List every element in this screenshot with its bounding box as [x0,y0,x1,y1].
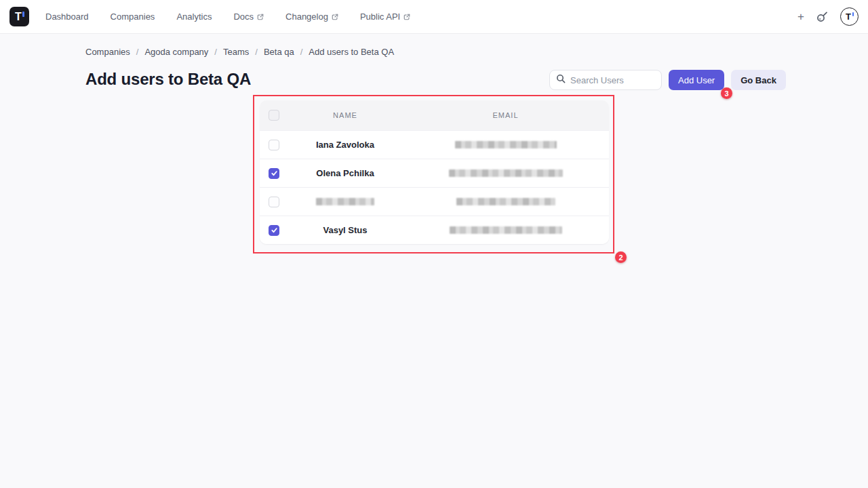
column-header-email: EMAIL [402,111,609,119]
redacted-name [316,198,374,205]
user-name: Olena Pchilka [316,168,374,178]
top-navbar: T Dashboard Companies Analytics Docs Cha… [0,0,868,34]
column-header-name: NAME [288,111,402,119]
breadcrumb: Companies / Agoda company / Teams / Beta… [85,47,394,57]
breadcrumb-beta-qa[interactable]: Beta qa [264,47,294,57]
avatar-letter: T [846,12,851,21]
app-logo-icon[interactable]: T [9,7,29,26]
redacted-email [449,169,563,177]
redacted-email [455,141,557,148]
row-checkbox[interactable] [269,197,279,207]
page-title: Add users to Beta QA [85,70,251,89]
select-all-checkbox[interactable] [269,110,279,121]
nav-item-changelog[interactable]: Changelog [285,12,338,22]
row-checkbox[interactable] [269,225,279,236]
user-name: Vasyl Stus [323,225,367,235]
breadcrumb-separator: / [255,47,258,57]
add-user-button[interactable]: Add User [669,70,724,90]
search-users-input[interactable] [570,75,645,85]
redacted-email [450,226,562,234]
nav-links: Dashboard Companies Analytics Docs Chang… [45,12,410,22]
nav-item-dashboard[interactable]: Dashboard [45,12,89,22]
table-header-row: NAME EMAIL [260,100,609,130]
table-row: Vasyl Stus [260,216,609,244]
logo-letter: T [15,12,22,22]
breadcrumb-teams[interactable]: Teams [223,47,249,57]
redacted-email [456,198,555,205]
navbar-right-cluster: + T [797,7,859,26]
row-checkbox[interactable] [269,140,279,150]
nav-item-analytics[interactable]: Analytics [176,12,212,22]
plus-icon[interactable]: + [797,11,804,22]
breadcrumb-separator: / [136,47,139,57]
breadcrumb-separator: / [300,47,303,57]
search-icon[interactable] [816,10,829,23]
breadcrumb-current: Add users to Beta QA [309,47,394,57]
breadcrumb-companies[interactable]: Companies [85,47,130,57]
users-table: NAME EMAIL Iana Zavoloka Olena Pchilka [260,100,609,244]
breadcrumb-agoda-company[interactable]: Agoda company [144,47,208,57]
nav-item-docs[interactable]: Docs [233,12,264,22]
table-row: Iana Zavoloka [260,130,609,159]
breadcrumb-separator: / [214,47,217,57]
user-search-box[interactable] [549,70,662,90]
annotation-badge-table: 2 [615,251,627,263]
nav-item-public-api[interactable]: Public API [360,12,410,22]
external-link-icon [332,14,338,20]
table-body: Iana Zavoloka Olena Pchilka [260,130,609,244]
annotation-badge-add-user: 3 [721,87,732,99]
go-back-button[interactable]: Go Back [731,70,786,90]
row-checkbox[interactable] [269,168,279,179]
avatar-accent-tick [852,12,854,16]
nav-item-companies[interactable]: Companies [111,12,155,22]
header-actions: Add User Go Back [549,70,786,90]
user-name: Iana Zavoloka [316,140,374,150]
table-row: Olena Pchilka [260,159,609,187]
logo-accent-tick [22,12,24,17]
table-row [260,187,609,216]
avatar[interactable]: T [840,7,859,26]
external-link-icon [257,14,264,20]
search-icon [556,74,566,86]
external-link-icon [403,14,410,20]
